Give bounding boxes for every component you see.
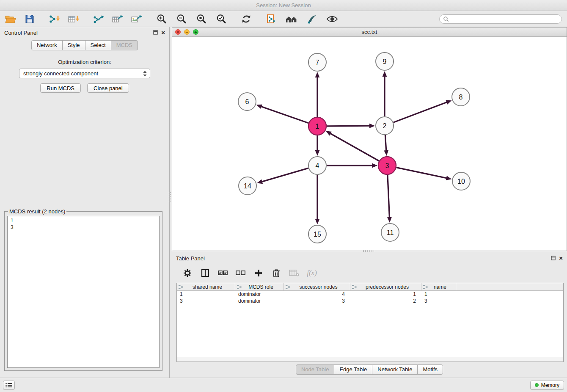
graph-node-label: 4 <box>316 162 319 169</box>
function-builder-button: f(x) <box>306 268 317 279</box>
network-from-clipboard-button[interactable] <box>265 13 278 25</box>
graph-node-15[interactable]: 15 <box>308 225 326 243</box>
export-image-button[interactable] <box>130 13 143 25</box>
graph-node-label: 6 <box>245 98 249 105</box>
status-bar: Memory <box>0 378 567 392</box>
tab-network-table[interactable]: Network Table <box>372 364 418 375</box>
control-panel-header: Control Panel × <box>0 27 169 38</box>
horizontal-splitter[interactable] <box>363 250 374 252</box>
export-network-icon <box>93 14 105 24</box>
search-input[interactable] <box>451 16 558 22</box>
graph-edge-3-10[interactable] <box>396 168 448 179</box>
table-cell: 1 <box>350 291 421 298</box>
table-panel: Table Panel × <box>172 253 567 378</box>
table-cell: dominator <box>235 298 284 304</box>
save-session-button[interactable] <box>23 13 36 25</box>
first-neighbors-button[interactable] <box>285 13 298 25</box>
graph-node-7[interactable]: 7 <box>308 53 326 71</box>
task-history-button[interactable] <box>3 381 15 390</box>
float-table-panel-icon[interactable] <box>551 255 556 262</box>
export-table-button[interactable] <box>111 13 124 25</box>
graph-node-1[interactable]: 1 <box>308 117 326 135</box>
gear-icon <box>183 268 192 278</box>
delete-table-icon <box>289 269 299 277</box>
import-table-button[interactable] <box>67 13 80 25</box>
zoom-selected-button[interactable] <box>215 13 228 25</box>
vertical-splitter[interactable] <box>169 192 171 203</box>
optimization-label: Optimization criterion: <box>0 59 169 65</box>
tab-network[interactable]: Network <box>31 40 63 50</box>
tab-mcds[interactable]: MCDS <box>111 40 138 50</box>
table-panel-header: Table Panel × <box>172 253 567 264</box>
apply-layout-button[interactable] <box>240 13 253 25</box>
dropdown-stepper-icon <box>143 71 147 77</box>
graph-node-label: 2 <box>383 122 387 130</box>
column-header-MCDS-role[interactable]: MCDS role <box>235 283 284 290</box>
float-panel-icon[interactable] <box>153 30 158 36</box>
maximize-window-button[interactable]: + <box>193 29 198 35</box>
network-canvas[interactable]: 7968124314101511 <box>172 37 567 251</box>
close-panel-button[interactable]: Close panel <box>87 83 129 93</box>
column-header-predecessor-nodes[interactable]: predecessor nodes <box>350 283 421 290</box>
close-table-panel-icon[interactable]: × <box>559 256 563 261</box>
table-horizontal-scrollbar[interactable] <box>177 357 563 362</box>
graph-edge-1-2[interactable] <box>327 126 371 126</box>
tab-motifs[interactable]: Motifs <box>417 364 443 375</box>
minimize-window-button[interactable]: − <box>184 29 190 35</box>
table-row[interactable]: 1dominator411 <box>177 291 563 298</box>
workspace: Control Panel × NetworkStyleSelectMCDS O… <box>0 27 567 378</box>
mcds-result-title: MCDS result (2 nodes) <box>8 208 66 215</box>
graph-edge-1-6[interactable] <box>260 106 308 123</box>
graph-edge-4-14[interactable] <box>261 168 308 182</box>
table-settings-button[interactable] <box>182 268 193 279</box>
zoom-out-button[interactable] <box>175 13 188 25</box>
delete-column-button[interactable] <box>271 268 282 279</box>
tab-edge-table[interactable]: Edge Table <box>334 364 372 375</box>
table-cell: 3 <box>421 298 456 304</box>
export-network-button[interactable] <box>92 13 105 25</box>
create-column-button[interactable] <box>253 268 264 279</box>
graph-edge-2-3[interactable] <box>385 135 386 152</box>
open-session-button[interactable] <box>4 13 17 25</box>
graph-node-label: 8 <box>459 94 463 101</box>
memory-button[interactable]: Memory <box>530 381 564 390</box>
graph-node-14[interactable]: 14 <box>239 177 256 195</box>
zoom-fit-button[interactable] <box>195 13 208 25</box>
graph-edge-3-11[interactable] <box>388 175 390 219</box>
column-header-successor-nodes[interactable]: successor nodes <box>284 283 350 290</box>
graph-node-3[interactable]: 3 <box>378 157 396 174</box>
graph-edge-arrowhead <box>315 72 320 77</box>
tab-select[interactable]: Select <box>85 40 111 50</box>
graph-node-9[interactable]: 9 <box>376 52 394 70</box>
table-row[interactable]: 3dominator323 <box>177 298 563 304</box>
column-header-name[interactable]: name <box>421 283 456 290</box>
graph-edge-3-1[interactable] <box>329 133 379 161</box>
graph-node-11[interactable]: 11 <box>381 224 399 241</box>
graph-node-10[interactable]: 10 <box>452 172 470 190</box>
zoom-in-button[interactable] <box>155 13 168 25</box>
optimization-dropdown[interactable]: strongly connected component <box>19 69 150 78</box>
column-header-label: successor nodes <box>291 284 350 290</box>
graph-edge-arrowhead <box>387 217 392 223</box>
show-graphics-details-button[interactable] <box>326 13 339 25</box>
graph-node-8[interactable]: 8 <box>452 88 470 106</box>
network-clipboard-icon <box>266 14 277 25</box>
close-panel-icon[interactable]: × <box>161 30 165 35</box>
close-window-button[interactable]: × <box>175 29 181 35</box>
show-column-panel-button[interactable] <box>200 268 211 279</box>
import-network-button[interactable] <box>48 13 61 25</box>
column-header-shared-name[interactable]: shared name <box>177 283 235 290</box>
search-box[interactable] <box>439 14 562 24</box>
graph-edge-2-8[interactable] <box>394 102 448 122</box>
deselect-all-rows-button[interactable] <box>235 268 246 279</box>
select-all-rows-button[interactable] <box>217 268 228 279</box>
apply-style-button[interactable] <box>306 13 318 25</box>
run-mcds-button[interactable]: Run MCDS <box>40 83 81 93</box>
mcds-result-text[interactable]: 1 3 <box>7 216 160 368</box>
graph-node-2[interactable]: 2 <box>376 117 394 135</box>
tab-style[interactable]: Style <box>62 40 85 50</box>
graph-node-4[interactable]: 4 <box>308 157 326 174</box>
tab-node-table[interactable]: Node Table <box>296 364 335 375</box>
graph-node-6[interactable]: 6 <box>238 93 256 110</box>
network-window: × − + scc.txt 7968124314101511 <box>172 27 567 251</box>
